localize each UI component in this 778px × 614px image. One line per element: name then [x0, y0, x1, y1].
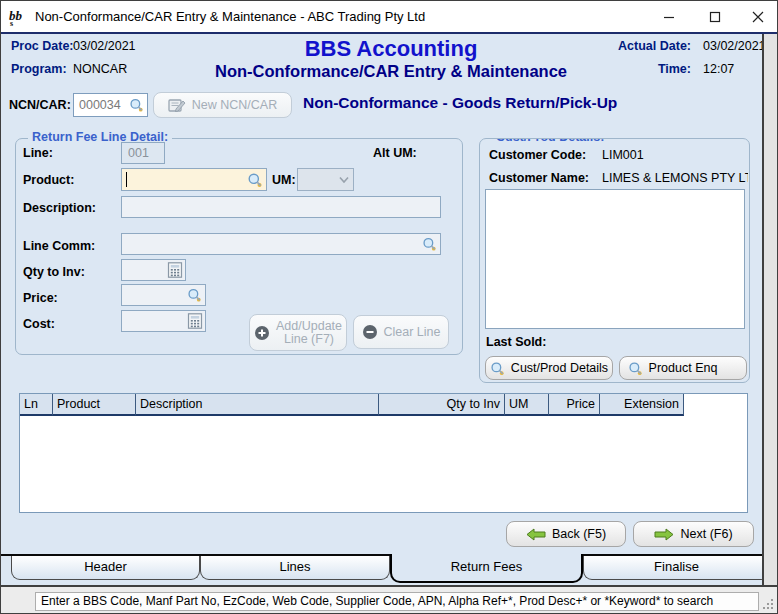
cust-prod-details-button-label: Cust/Prod Details: [511, 361, 608, 375]
line-number-field[interactable]: 001: [121, 142, 165, 164]
line-comm-input[interactable]: [121, 233, 441, 255]
chevron-down-icon: [339, 176, 349, 183]
column-header-ln: Ln: [20, 394, 53, 416]
minimize-icon: [663, 11, 675, 23]
status-message: Enter a BBS Code, Manf Part No, EzCode, …: [35, 592, 759, 611]
new-document-icon: [168, 98, 186, 113]
search-icon[interactable]: [129, 98, 144, 113]
product-enq-button-label: Product Enq: [649, 361, 718, 375]
qty-to-inv-label: Qty to Inv:: [23, 265, 85, 279]
ncn-car-value: 000034: [79, 98, 121, 112]
actual-date-label: Actual Date:: [599, 39, 691, 53]
new-ncn-car-label: New NCN/CAR: [192, 98, 277, 112]
arrow-left-icon: [526, 528, 546, 541]
line-comm-label: Line Comm:: [23, 239, 95, 253]
proc-date-label: Proc Date:: [11, 39, 74, 53]
minus-circle-icon: [362, 324, 378, 340]
text-caret: [126, 172, 127, 187]
maximize-button[interactable]: [695, 1, 735, 32]
new-ncn-car-button[interactable]: New NCN/CAR: [153, 92, 292, 118]
tab-lines[interactable]: Lines: [200, 556, 390, 580]
product-label: Product:: [23, 173, 74, 187]
add-update-line-label: Add/Update Line (F7): [276, 320, 342, 346]
cust-prod-group: Cust/Prod Details: Customer Code: LIM001…: [479, 138, 750, 383]
back-button-label: Back (F5): [552, 527, 606, 541]
description-input[interactable]: [121, 196, 441, 218]
search-icon: [490, 361, 505, 376]
ncn-car-label: NCN/CAR:: [9, 98, 71, 112]
time-label: Time:: [599, 62, 691, 76]
window-right-frame: [762, 34, 778, 585]
plus-circle-icon: [254, 325, 270, 341]
last-sold-label: Last Sold:: [486, 335, 546, 349]
cust-prod-details-textarea[interactable]: [485, 189, 745, 329]
table-body-empty: [20, 416, 747, 512]
bbs-app-icon: bb s: [8, 6, 32, 28]
customer-name-label: Customer Name:: [489, 171, 589, 185]
search-icon[interactable]: [187, 288, 202, 303]
clear-line-label: Clear Line: [384, 325, 441, 339]
program-label: Program:: [11, 62, 67, 76]
description-label: Description:: [23, 201, 96, 215]
ncn-car-input[interactable]: 000034: [73, 93, 148, 117]
search-icon[interactable]: [422, 237, 437, 252]
tab-finalise[interactable]: Finalise: [583, 556, 770, 580]
back-button[interactable]: Back (F5): [506, 521, 626, 547]
title-bar[interactable]: bb s Non-Conformance/CAR Entry & Mainten…: [1, 1, 777, 34]
alt-um-label: Alt UM:: [373, 146, 417, 160]
close-icon: [752, 11, 764, 23]
mode-title: Non-Conformance - Goods Return/Pick-Up: [303, 94, 617, 112]
maximize-icon: [709, 11, 721, 23]
close-button[interactable]: [739, 1, 777, 32]
customer-name-value: LIMES & LEMONS PTY LTD: [602, 171, 748, 185]
resize-grip[interactable]: [762, 598, 775, 611]
calculator-icon[interactable]: [187, 313, 203, 329]
tab-return-fees[interactable]: Return Fees: [390, 554, 583, 583]
window-title: Non-Conformance/CAR Entry & Maintenance …: [35, 9, 425, 24]
time-value: 12:07: [703, 62, 734, 76]
minimize-button[interactable]: [649, 1, 689, 32]
column-header-description: Description: [136, 394, 379, 416]
um-select[interactable]: [297, 168, 354, 191]
customer-code-label: Customer Code:: [489, 148, 586, 162]
return-fees-table: Ln Product Description Qty to Inv UM Pri…: [19, 393, 748, 513]
line-number-value: 001: [128, 146, 149, 160]
clear-line-button[interactable]: Clear Line: [353, 315, 449, 349]
arrow-right-icon: [654, 528, 674, 541]
cost-label: Cost:: [23, 317, 55, 331]
column-header-filler: [684, 394, 747, 416]
cust-prod-legend: Cust/Prod Details:: [492, 138, 608, 144]
screen-title: Non-Conformance/CAR Entry & Maintenance: [121, 62, 661, 81]
program-value: NONCAR: [73, 62, 127, 76]
app-window: bb s Non-Conformance/CAR Entry & Mainten…: [0, 0, 778, 614]
product-enq-button[interactable]: Product Enq: [619, 356, 747, 380]
qty-to-inv-input[interactable]: [121, 259, 186, 281]
actual-date-value: 03/02/2021: [703, 39, 766, 53]
app-title: BBS Accounting: [201, 36, 581, 62]
next-button[interactable]: Next (F6): [633, 521, 754, 547]
product-input[interactable]: [121, 168, 267, 191]
table-header-row: Ln Product Description Qty to Inv UM Pri…: [20, 394, 747, 416]
um-label: UM:: [272, 173, 296, 187]
column-header-product: Product: [53, 394, 136, 416]
column-header-qty-to-inv: Qty to Inv: [379, 394, 505, 416]
price-label: Price:: [23, 291, 58, 305]
cust-prod-details-button[interactable]: Cust/Prod Details: [485, 356, 613, 380]
add-update-line-button[interactable]: Add/Update Line (F7): [249, 314, 347, 351]
next-button-label: Next (F6): [680, 527, 732, 541]
search-icon: [628, 361, 643, 376]
tab-header[interactable]: Header: [11, 556, 200, 580]
calculator-icon[interactable]: [167, 262, 183, 278]
proc-date-value: 03/02/2021: [73, 39, 136, 53]
status-bar: Enter a BBS Code, Manf Part No, EzCode, …: [1, 585, 777, 613]
search-icon[interactable]: [247, 172, 263, 188]
cost-input[interactable]: [121, 310, 206, 332]
column-header-extension: Extension: [600, 394, 684, 416]
column-header-price: Price: [549, 394, 600, 416]
line-label: Line:: [23, 146, 53, 160]
svg-text:s: s: [10, 19, 13, 28]
price-input[interactable]: [121, 284, 206, 306]
column-header-um: UM: [505, 394, 549, 416]
customer-code-value: LIM001: [602, 148, 644, 162]
